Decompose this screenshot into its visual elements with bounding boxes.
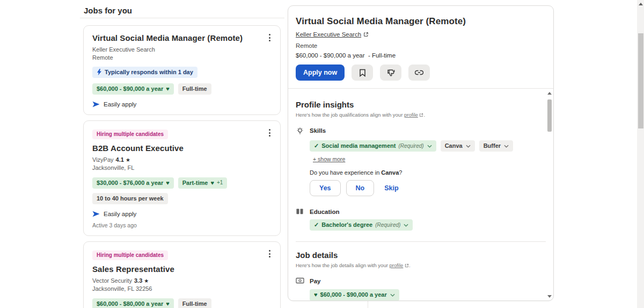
heart-icon: ♥ [166,301,170,307]
company-line: Keller Executive Search Remote [92,46,272,62]
scroll-down-arrow[interactable] [547,295,552,298]
pay-label: Pay [310,277,320,284]
action-row: Apply now [296,65,546,81]
pay-chip[interactable]: ♥ $60,000 - $90,000 a year [310,289,399,300]
company-rating: 3.3 [134,277,142,284]
heart-icon: ♥ [166,86,170,92]
chevron-down-icon [504,145,509,148]
hiring-badge-row: Hiring multiple candidates [92,128,272,139]
job-type-tag: Full-time [178,298,211,308]
header-divider [288,88,553,89]
detail-pay-line: $60,000 - $90,000 a year - Full-time [296,52,546,59]
responds-badge-row: Typically responds within 1 day [92,67,272,78]
profile-insights-heading: Profile insights [296,100,540,109]
feed-title-divider [80,18,284,18]
more-options-button[interactable] [268,33,272,42]
salary-tag: $30,000 - $76,000 a year ♥ [92,177,174,189]
jobs-page: Jobs for you Virtual Social Media Manage… [0,0,644,308]
no-button[interactable]: No [346,180,375,196]
education-chip-row: ✓ Bachelor's degree (Required) [310,219,540,231]
star-icon: ★ [144,278,149,284]
tag-plus-count: +1 [217,180,223,186]
send-icon [92,101,100,108]
yes-button[interactable]: Yes [310,180,341,196]
chevron-down-icon [427,145,432,148]
education-label: Education [310,207,340,215]
easily-apply-row: Easily apply [92,101,272,108]
profile-link[interactable]: profile [404,112,418,118]
scroll-up-arrow[interactable] [547,92,552,95]
company-name: VizyPay [92,156,114,163]
company-rating: 4.1 [116,156,124,163]
chevron-down-icon [466,145,471,148]
apply-now-button[interactable]: Apply now [296,65,345,81]
thumbs-down-icon [387,69,395,77]
education-chip[interactable]: ✓ Bachelor's degree (Required) [310,219,413,231]
job-type-tag: Full-time [178,83,211,95]
book-icon [296,207,304,215]
copy-link-button[interactable] [408,65,430,81]
hours-tag: 10 to 40 hours per week [92,193,168,204]
heart-icon: ♥ [166,180,170,186]
save-job-button[interactable] [352,65,373,81]
skip-link[interactable]: Skip [384,184,398,192]
responds-badge: Typically responds within 1 day [92,67,197,78]
company-name: Keller Executive Search [92,46,155,53]
more-options-button[interactable] [268,249,272,259]
pay-chip-row: ♥ $60,000 - $90,000 a year [310,289,540,300]
tag-row: $60,000 - $90,000 a year ♥ Full-time [92,83,272,95]
check-icon: ✓ [314,221,319,228]
chevron-down-icon [390,293,395,297]
check-icon: ✓ [314,142,319,149]
skill-chip-social-media-management[interactable]: ✓ Social media management (Required) [310,140,436,152]
tag-row: $60,000 - $80,000 a year ♥ Full-time Mon… [92,298,272,308]
lightbulb-icon [296,126,304,135]
skills-chip-row: ✓ Social media management (Required) Can… [310,140,540,162]
active-ago-text: Active 3 days ago [92,222,272,228]
job-details-subtext: Here's how the job details align with yo… [296,262,540,268]
pay-section: Pay [296,277,540,284]
job-title[interactable]: B2B Account Executive [92,144,272,153]
lightning-icon [97,69,102,75]
banknote-icon [296,277,304,284]
detail-header: Virtual Social Media Manager (Remote) Ke… [288,6,553,81]
browser-scrollbar[interactable] [637,0,644,308]
panel-scrollbar-thumb[interactable] [547,99,552,132]
job-location: Jacksonville, FL 32256 [92,285,152,292]
job-card-virtual-social-media-manager[interactable]: Virtual Social Media Manager (Remote) Ke… [83,25,281,115]
send-icon [92,211,100,217]
panel-scrollbar[interactable] [547,91,552,299]
job-location: Jacksonville, FL [92,164,134,171]
job-detail-panel: Virtual Social Media Manager (Remote) Ke… [288,5,554,301]
detail-job-title: Virtual Social Media Manager (Remote) [296,16,546,27]
skill-chip-canva[interactable]: Canva [441,140,475,152]
more-options-button[interactable] [268,128,272,138]
detail-location: Remote [296,42,546,49]
not-interested-button[interactable] [380,65,401,81]
skill-chip-buffer[interactable]: Buffer [479,140,513,152]
salary-tag: $60,000 - $90,000 a year ♥ [92,83,174,95]
experience-question: Do you have experience in Canva? [310,169,540,176]
job-feed-column: Jobs for you Virtual Social Media Manage… [83,0,281,308]
browser-scrollbar-thumb[interactable] [638,33,643,128]
heart-icon: ♥ [210,180,214,186]
job-title[interactable]: Virtual Social Media Manager (Remote) [92,33,272,42]
question-answer-row: Yes No Skip [310,180,540,196]
company-line: VizyPay4.1 ★ Jacksonville, FL [92,156,272,172]
profile-insights-subtext: Here's how the job qualifications align … [296,112,540,118]
job-card-sales-representative[interactable]: Hiring multiple candidates Sales Represe… [83,241,281,308]
heart-icon: ♥ [314,292,318,298]
external-link-icon [405,263,409,268]
education-section: Education [296,207,540,215]
scroll-up-arrow[interactable] [639,3,643,5]
employer-link[interactable]: Keller Executive Search [296,31,369,38]
skills-section: Skills [296,126,540,135]
hiring-multiple-badge: Hiring multiple candidates [92,130,168,139]
bookmark-icon [359,69,366,77]
show-more-link[interactable]: + show more [313,156,345,162]
job-title[interactable]: Sales Representative [92,264,272,274]
profile-link[interactable]: profile [390,262,404,268]
company-line: Vector Security3.3 ★ Jacksonville, FL 32… [92,277,272,293]
job-card-b2b-account-executive[interactable]: Hiring multiple candidates B2B Account E… [83,120,281,236]
tag-row: $30,000 - $76,000 a year ♥ Part-time ♥ +… [92,177,272,204]
